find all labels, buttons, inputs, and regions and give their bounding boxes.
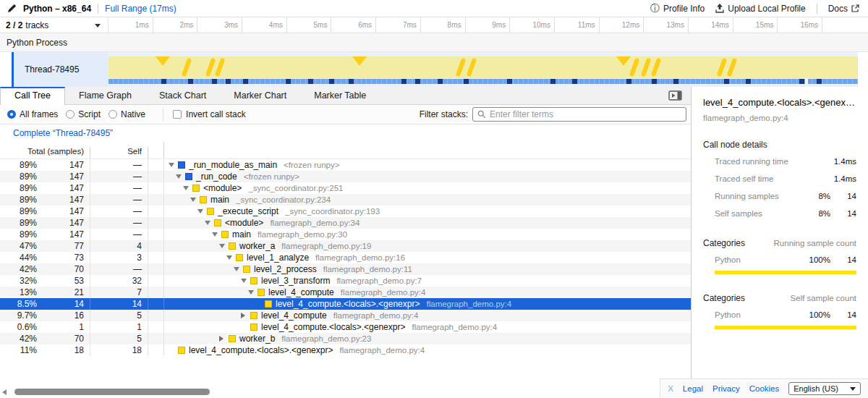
track-marker-triangle[interactable] xyxy=(352,56,367,66)
expander-toggle[interactable] xyxy=(219,244,229,248)
table-row[interactable]: 89%147—mainflamegraph_demo.py:30 xyxy=(0,229,691,240)
activity-band[interactable] xyxy=(109,56,858,78)
footer-link-x[interactable]: X xyxy=(668,384,673,393)
track-marker-slash[interactable] xyxy=(641,58,652,77)
table-row[interactable]: 89%147—<module>_sync_coordinator.py:251 xyxy=(0,182,691,194)
scrollbar-thumb[interactable] xyxy=(14,389,210,395)
expander-toggle[interactable] xyxy=(234,267,243,271)
table-row[interactable]: 42%70—level_2_processflamegraph_demo.py:… xyxy=(0,263,691,275)
expander-toggle[interactable] xyxy=(197,209,207,213)
function-file-line: <frozen runpy> xyxy=(284,159,339,171)
scrollbar-left-arrow[interactable] xyxy=(2,389,7,395)
row-total-percent: 32% xyxy=(0,275,40,287)
upload-profile-button[interactable]: Upload Local Profile xyxy=(715,4,805,14)
table-row[interactable]: 32%5332level_3_transformflamegraph_demo.… xyxy=(0,275,691,287)
row-total-percent: 89% xyxy=(0,182,40,194)
track-marker-slash[interactable] xyxy=(467,58,477,77)
expander-toggle[interactable] xyxy=(176,174,185,179)
tab-flame-graph[interactable]: Flame Graph xyxy=(65,87,145,105)
table-row[interactable]: 89%147—<module>flamegraph_demo.py:34 xyxy=(0,217,691,229)
table-row[interactable]: 47%774worker_aflamegraph_demo.py:19 xyxy=(0,240,691,252)
ruler-tick: 4ms xyxy=(242,17,287,33)
row-total-percent: 9.7% xyxy=(0,310,40,321)
language-select[interactable]: English (US) xyxy=(788,382,861,395)
row-self-samples: — xyxy=(90,194,148,206)
table-row[interactable]: 0.6%11level_4_compute.<locals>.<genexpr>… xyxy=(0,321,691,333)
row-function-cell: level_1_analyzeflamegraph_demo.py:16 xyxy=(164,252,691,263)
track-marker-slash[interactable] xyxy=(215,58,226,77)
tracks-dropdown[interactable]: 2 / 2 tracks xyxy=(0,17,109,33)
row-function-cell: main_sync_coordinator.py:234 xyxy=(164,194,691,206)
column-header-self[interactable]: Self xyxy=(90,147,148,158)
expander-toggle[interactable] xyxy=(241,313,250,318)
categories-header: Categories Self sample count xyxy=(703,293,856,303)
invert-call-stack-checkbox[interactable]: Invert call stack xyxy=(173,109,246,119)
expander-toggle[interactable] xyxy=(169,163,178,167)
function-file-line: flamegraph_demo.py:30 xyxy=(258,229,347,240)
table-row[interactable]: 89%147—_execute_script_sync_coordinator.… xyxy=(0,206,691,217)
detail-row: Running samples 8% 14 xyxy=(703,191,856,202)
track-marker-slash[interactable] xyxy=(651,58,662,77)
tab-call-tree[interactable]: Call Tree xyxy=(0,87,65,105)
radio-label: Native xyxy=(121,109,145,119)
docs-button[interactable]: Docs xyxy=(828,4,859,14)
track-marker-slash[interactable] xyxy=(717,58,728,77)
row-self-samples: — xyxy=(90,159,148,171)
table-row[interactable]: 89%147—main_sync_coordinator.py:234 xyxy=(0,194,691,206)
category-color-square xyxy=(250,312,258,319)
track-marker-slash[interactable] xyxy=(456,58,467,77)
column-header-total[interactable]: Total (samples) xyxy=(0,147,90,158)
table-row[interactable]: 42%705worker_bflamegraph_demo.py:23 xyxy=(0,333,691,344)
edit-pencil-icon[interactable] xyxy=(7,4,17,13)
process-track-python[interactable]: Python Process xyxy=(0,33,868,52)
function-file-line: flamegraph_demo.py:4 xyxy=(333,310,419,321)
category-color-square xyxy=(214,219,221,226)
table-row[interactable]: 11%1818level_4_compute.<locals>.<genexpr… xyxy=(0,344,691,356)
row-function-cell: level_4_compute.<locals>.<genexpr>flameg… xyxy=(164,298,691,310)
thread-activity-graph[interactable] xyxy=(109,52,858,87)
expander-toggle[interactable] xyxy=(226,255,236,260)
breadcrumb-root-link[interactable]: Complete “Thread-78495” xyxy=(13,128,113,138)
track-marker-slash[interactable] xyxy=(205,58,216,77)
table-row[interactable]: 89%147—_run_module_as_main<frozen runpy> xyxy=(0,159,691,171)
full-range-link[interactable]: Full Range (17ms) xyxy=(105,4,176,14)
footer-link-cookies[interactable]: Cookies xyxy=(749,384,780,393)
sidebar-toggle-icon[interactable] xyxy=(668,90,682,101)
call-node-details-heading: Call node details xyxy=(703,140,856,150)
row-self-samples: — xyxy=(90,206,148,217)
track-marker-triangle[interactable] xyxy=(616,56,631,66)
table-row[interactable]: 89%147—_run_code<frozen runpy> xyxy=(0,171,691,182)
table-row[interactable]: 44%733level_1_analyzeflamegraph_demo.py:… xyxy=(0,252,691,263)
expander-toggle[interactable] xyxy=(219,336,229,342)
sample-density-strip[interactable] xyxy=(109,79,858,84)
detail-row: Self samples 8% 14 xyxy=(703,208,856,219)
expander-toggle[interactable] xyxy=(190,198,200,202)
function-name: worker_a xyxy=(239,240,275,252)
expander-toggle[interactable] xyxy=(241,279,250,283)
table-row[interactable]: 8.5%1414level_4_compute.<locals>.<genexp… xyxy=(0,298,691,310)
expander-toggle[interactable] xyxy=(183,186,192,190)
function-name: <module> xyxy=(225,217,263,229)
tab-marker-table[interactable]: Marker Table xyxy=(300,87,380,105)
ruler-tick: 15ms xyxy=(733,17,778,33)
footer-link-legal[interactable]: Legal xyxy=(683,384,703,393)
expander-toggle[interactable] xyxy=(248,290,258,295)
track-marker-triangle[interactable] xyxy=(156,56,170,66)
tab-marker-chart[interactable]: Marker Chart xyxy=(220,87,300,105)
track-marker-slash[interactable] xyxy=(727,58,738,77)
profile-info-button[interactable]: ⓘ Profile Info xyxy=(650,4,705,14)
track-marker-slash[interactable] xyxy=(182,58,192,77)
filter-stacks-input[interactable] xyxy=(490,109,681,119)
footer-link-privacy[interactable]: Privacy xyxy=(712,384,740,393)
tab-stack-chart[interactable]: Stack Chart xyxy=(145,87,220,105)
table-row[interactable]: 13%217level_4_computeflamegraph_demo.py:… xyxy=(0,287,691,298)
radio-native[interactable]: Native xyxy=(109,109,145,119)
table-row[interactable]: 9.7%165level_4_computeflamegraph_demo.py… xyxy=(0,310,691,321)
thread-track-label[interactable]: Thread-78495 xyxy=(14,52,109,87)
category-color-square xyxy=(207,208,214,215)
radio-all-frames[interactable]: All frames xyxy=(7,109,58,119)
expander-toggle[interactable] xyxy=(205,221,214,225)
triangle-down-icon xyxy=(248,290,254,295)
radio-script[interactable]: Script xyxy=(66,109,101,119)
expander-toggle[interactable] xyxy=(212,232,221,237)
